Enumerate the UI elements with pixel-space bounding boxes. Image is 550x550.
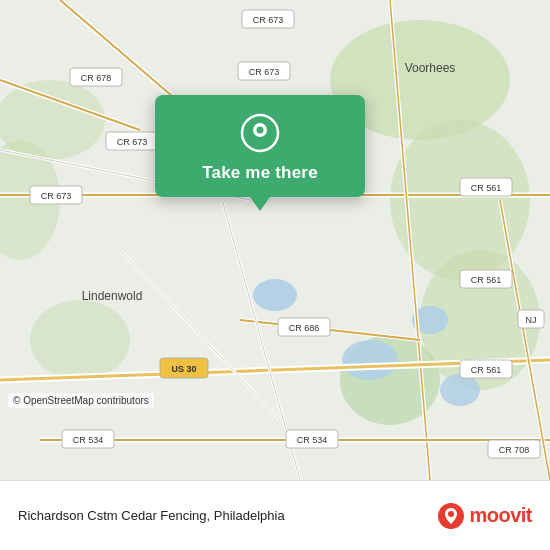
svg-point-68 bbox=[448, 511, 454, 517]
svg-text:CR 534: CR 534 bbox=[73, 435, 104, 445]
navigation-popup[interactable]: Take me there bbox=[155, 95, 365, 197]
take-me-there-button[interactable]: Take me there bbox=[202, 163, 318, 183]
osm-credit: © OpenStreetMap contributors bbox=[8, 393, 154, 408]
moovit-logo: moovit bbox=[437, 502, 532, 530]
pin-icon bbox=[240, 113, 280, 153]
svg-text:CR 673: CR 673 bbox=[249, 67, 280, 77]
app-name: Richardson Cstm Cedar Fencing, Philadelp… bbox=[18, 508, 437, 523]
bottom-bar: Richardson Cstm Cedar Fencing, Philadelp… bbox=[0, 480, 550, 550]
svg-text:CR 561: CR 561 bbox=[471, 183, 502, 193]
svg-point-11 bbox=[440, 374, 480, 406]
svg-text:CR 686: CR 686 bbox=[289, 323, 320, 333]
svg-text:CR 708: CR 708 bbox=[499, 445, 530, 455]
svg-text:CR 673: CR 673 bbox=[253, 15, 284, 25]
svg-text:CR 534: CR 534 bbox=[297, 435, 328, 445]
svg-text:CR 561: CR 561 bbox=[471, 365, 502, 375]
moovit-brand-icon bbox=[437, 502, 465, 530]
svg-text:Voorhees: Voorhees bbox=[405, 61, 456, 75]
svg-text:CR 678: CR 678 bbox=[81, 73, 112, 83]
svg-text:CR 673: CR 673 bbox=[117, 137, 148, 147]
svg-point-66 bbox=[257, 127, 264, 134]
svg-point-9 bbox=[342, 340, 398, 380]
svg-text:US 30: US 30 bbox=[171, 364, 196, 374]
map-view: CR 673 CR 678 CR 673 CR 673 CR 673 CR 56… bbox=[0, 0, 550, 480]
moovit-brand-name: moovit bbox=[469, 504, 532, 527]
svg-point-8 bbox=[253, 279, 297, 311]
svg-text:CR 561: CR 561 bbox=[471, 275, 502, 285]
svg-point-7 bbox=[30, 300, 130, 380]
svg-text:CR 673: CR 673 bbox=[41, 191, 72, 201]
svg-text:NJ: NJ bbox=[526, 315, 537, 325]
svg-text:Lindenwold: Lindenwold bbox=[82, 289, 143, 303]
